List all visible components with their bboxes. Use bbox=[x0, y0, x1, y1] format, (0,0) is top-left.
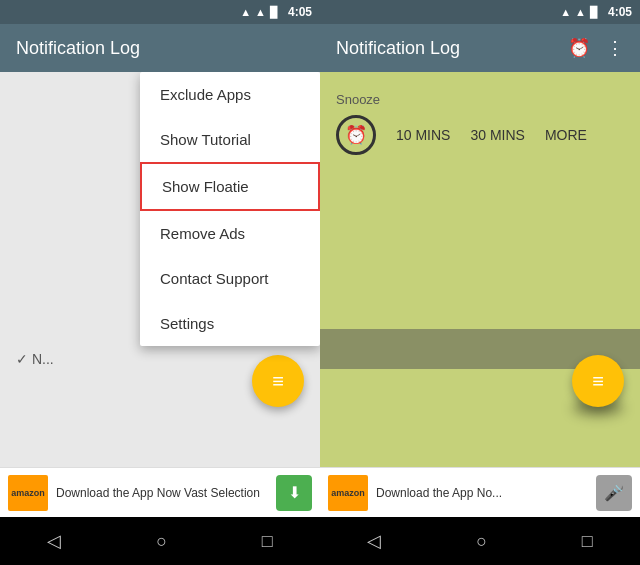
content-area-right: Snooze ⏰ 10 MINS 30 MINS MORE ≡ bbox=[320, 72, 640, 467]
snooze-label: Snooze bbox=[336, 92, 624, 107]
mic-icon-right: 🎤 bbox=[604, 483, 624, 502]
menu-item-contact-support[interactable]: Contact Support bbox=[140, 256, 320, 301]
nav-recent-right[interactable]: □ bbox=[582, 531, 593, 552]
signal-icon-right: ▲ bbox=[560, 6, 571, 18]
app-title-left: Notification Log bbox=[16, 38, 304, 59]
battery-icon-right: ▉ bbox=[590, 6, 598, 19]
fab-left[interactable]: ≡ bbox=[252, 355, 304, 407]
snooze-30min[interactable]: 30 MINS bbox=[470, 127, 524, 143]
phone-left: ▲ ▲ ▉ 4:05 Notification Log Exclude Apps… bbox=[0, 0, 320, 565]
snooze-section: Snooze ⏰ 10 MINS 30 MINS MORE bbox=[320, 72, 640, 175]
nav-home-left[interactable]: ○ bbox=[156, 531, 167, 552]
battery-icon: ▉ bbox=[270, 6, 278, 19]
dropdown-menu: Exclude Apps Show Tutorial Show Floatie … bbox=[140, 72, 320, 346]
nav-back-left[interactable]: ◁ bbox=[47, 530, 61, 552]
app-title-right: Notification Log bbox=[336, 38, 568, 59]
wifi-icon-right: ▲ bbox=[575, 6, 586, 18]
nav-bar-left: ◁ ○ □ bbox=[0, 517, 320, 565]
ad-logo-left: amazon bbox=[8, 475, 48, 511]
nav-back-right[interactable]: ◁ bbox=[367, 530, 381, 552]
checkmark-text: ✓ N... bbox=[16, 351, 54, 367]
status-time-right: 4:05 bbox=[608, 5, 632, 19]
fab-icon-left: ≡ bbox=[272, 370, 284, 393]
ad-bar-left: amazon Download the App Now Vast Selecti… bbox=[0, 467, 320, 517]
content-area-left: Exclude Apps Show Tutorial Show Floatie … bbox=[0, 72, 320, 467]
snooze-more[interactable]: MORE bbox=[545, 127, 587, 143]
app-bar-icons-right: ⏰ ⋮ bbox=[568, 37, 624, 59]
signal-icon: ▲ bbox=[240, 6, 251, 18]
snooze-10min[interactable]: 10 MINS bbox=[396, 127, 450, 143]
ad-download-button-left[interactable]: ⬇ bbox=[276, 475, 312, 511]
status-time-left: 4:05 bbox=[288, 5, 312, 19]
status-bar-left: ▲ ▲ ▉ 4:05 bbox=[0, 0, 320, 24]
menu-item-settings[interactable]: Settings bbox=[140, 301, 320, 346]
nav-home-right[interactable]: ○ bbox=[476, 531, 487, 552]
phone-right: ▲ ▲ ▉ 4:05 Notification Log ⏰ ⋮ Snooze ⏰… bbox=[320, 0, 640, 565]
app-bar-left: Notification Log bbox=[0, 24, 320, 72]
ad-logo-right: amazon bbox=[328, 475, 368, 511]
status-icons-right: ▲ ▲ ▉ 4:05 bbox=[560, 5, 632, 19]
fab-right[interactable]: ≡ bbox=[572, 355, 624, 407]
overflow-menu-icon-right[interactable]: ⋮ bbox=[606, 37, 624, 59]
snooze-clock-icon: ⏰ bbox=[336, 115, 376, 155]
menu-item-exclude-apps[interactable]: Exclude Apps bbox=[140, 72, 320, 117]
menu-item-show-floatie[interactable]: Show Floatie bbox=[140, 162, 320, 211]
ad-text-right: Download the App No... bbox=[376, 486, 588, 500]
fab-icon-right: ≡ bbox=[592, 370, 604, 393]
status-bar-right: ▲ ▲ ▉ 4:05 bbox=[320, 0, 640, 24]
nav-recent-left[interactable]: □ bbox=[262, 531, 273, 552]
ad-bar-right: amazon Download the App No... 🎤 bbox=[320, 467, 640, 517]
ad-mic-button-right[interactable]: 🎤 bbox=[596, 475, 632, 511]
snooze-options: ⏰ 10 MINS 30 MINS MORE bbox=[336, 115, 624, 155]
menu-item-show-tutorial[interactable]: Show Tutorial bbox=[140, 117, 320, 162]
app-bar-right: Notification Log ⏰ ⋮ bbox=[320, 24, 640, 72]
ad-text-left: Download the App Now Vast Selection bbox=[56, 486, 268, 500]
alarm-icon-right[interactable]: ⏰ bbox=[568, 37, 590, 59]
wifi-icon: ▲ bbox=[255, 6, 266, 18]
nav-bar-right: ◁ ○ □ bbox=[320, 517, 640, 565]
status-icons-left: ▲ ▲ ▉ 4:05 bbox=[240, 5, 312, 19]
menu-item-remove-ads[interactable]: Remove Ads bbox=[140, 211, 320, 256]
